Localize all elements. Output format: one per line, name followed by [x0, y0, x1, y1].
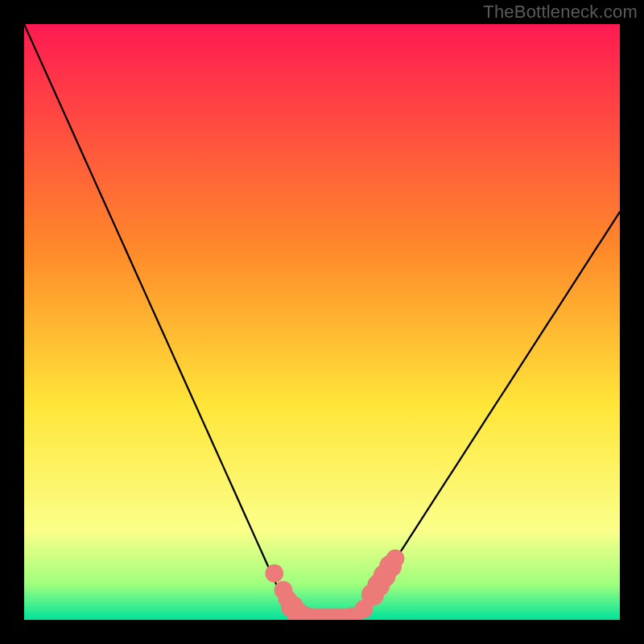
bottleneck-curve-chart	[24, 24, 620, 620]
curve-marker	[265, 564, 283, 583]
watermark-label: TheBottleneck.com	[483, 2, 638, 23]
gradient-background	[24, 24, 620, 620]
curve-marker	[386, 549, 405, 568]
plot-area	[24, 24, 620, 620]
chart-frame: TheBottleneck.com	[0, 0, 644, 644]
